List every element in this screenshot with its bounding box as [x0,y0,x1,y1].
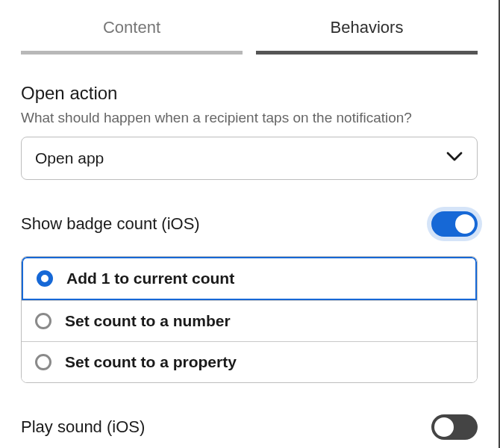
radio-icon [35,313,51,329]
badge-option-add1[interactable]: Add 1 to current count [22,257,477,300]
badge-count-options: Add 1 to current count Set count to a nu… [21,256,478,383]
open-action-select[interactable]: Open app [21,137,478,180]
badge-option-set-number[interactable]: Set count to a number [22,300,477,341]
tab-content[interactable]: Content [21,0,243,55]
play-sound-label: Play sound (iOS) [21,417,145,437]
badge-count-toggle[interactable] [431,211,478,237]
open-action-selected: Open app [35,149,104,167]
radio-icon [35,354,51,370]
badge-option-label: Add 1 to current count [66,270,234,287]
tab-behaviors[interactable]: Behaviors [256,0,478,55]
open-action-subtitle: What should happen when a recipient taps… [21,110,478,126]
tabs-bar: Content Behaviors [21,0,478,55]
badge-count-label: Show badge count (iOS) [21,214,200,234]
radio-icon [37,270,53,287]
badge-option-set-property[interactable]: Set count to a property [22,341,477,382]
open-action-title: Open action [21,83,478,104]
badge-option-label: Set count to a property [65,353,237,371]
badge-option-label: Set count to a number [65,312,231,330]
play-sound-toggle[interactable] [431,414,478,440]
